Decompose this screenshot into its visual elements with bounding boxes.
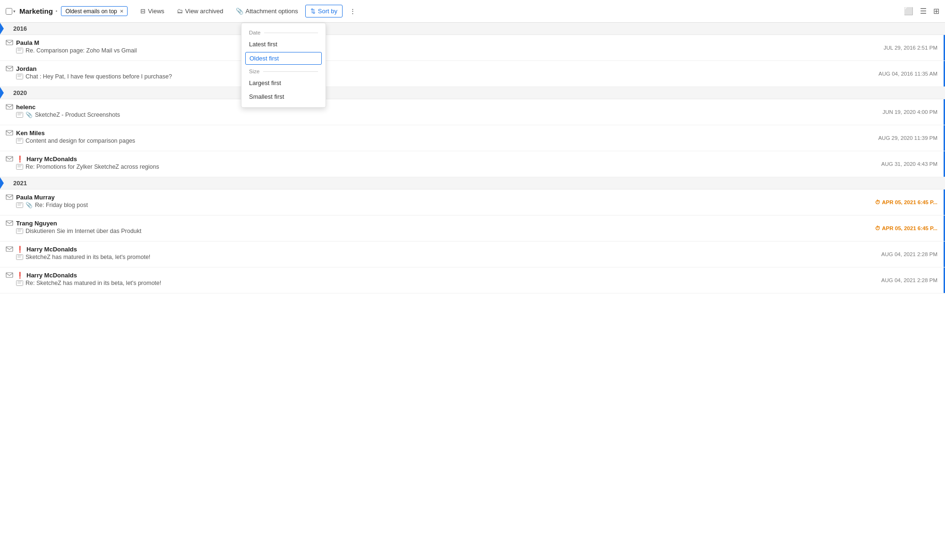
checkbox-dropdown-icon[interactable]: ▾ [13, 9, 16, 14]
subject-text: SketcheZ - Product Screenshots [35, 112, 120, 118]
sort-oldest-first[interactable]: Oldest first [245, 52, 322, 65]
attachment-icon: 📎 [236, 8, 243, 15]
email-row[interactable]: ❗Harry McDonalds Re: SketcheZ has mature… [0, 267, 945, 293]
thread-icon [16, 228, 23, 234]
email-date: AUG 04, 2021 2:28 PM [865, 267, 945, 293]
sender-row: ❗Harry McDonalds [6, 155, 859, 163]
sort-dropdown: Date Latest first Oldest first Size Larg… [241, 23, 326, 108]
view-archived-button[interactable]: 🗂 View archived [172, 5, 229, 17]
thread-icon [16, 202, 23, 208]
filter-tag-label: Oldest emails on top [65, 8, 117, 15]
subject-text: Content and design for comparison pages [26, 138, 135, 144]
views-icon: ⊟ [140, 8, 146, 15]
subject-row: Diskutieren Sie im Internet über das Pro… [16, 228, 859, 234]
more-options-button[interactable]: ⋮ [344, 5, 361, 17]
subject-text: Re: SketcheZ has matured in its beta, le… [26, 280, 161, 286]
thread-icon [16, 112, 23, 118]
email-row[interactable]: Ken Miles Content and design for compari… [0, 125, 945, 151]
thread-icon [16, 138, 23, 144]
year-label: 2016 [13, 25, 27, 32]
thread-icon [16, 48, 23, 53]
email-row[interactable]: Paula Murray 📎Re: Friday blog post⏱ APR … [0, 190, 945, 215]
top-bar-right: ⬜ ☰ ⊞ [904, 7, 939, 16]
sort-by-button[interactable]: ⇅ Sort by [305, 5, 343, 17]
sender-row: Paula M [6, 39, 859, 46]
email-content: ❗Harry McDonalds Re: SketcheZ has mature… [0, 267, 865, 293]
svg-rect-32 [6, 273, 13, 277]
svg-rect-0 [6, 40, 13, 45]
email-envelope-icon [6, 65, 13, 72]
archive-icon: 🗂 [177, 8, 183, 15]
exclamation-icon: ❗ [16, 272, 24, 279]
subject-text: Re: Friday blog post [35, 202, 88, 208]
email-content: Paula M Re. Comparison page: Zoho Mail v… [0, 35, 865, 60]
email-content: ❗Harry McDonalds Re: Promotions for Zylk… [0, 151, 865, 177]
email-row[interactable]: ❗Harry McDonalds Re: Promotions for Zylk… [0, 151, 945, 177]
svg-rect-24 [6, 221, 13, 225]
sender-row: Ken Miles [6, 129, 859, 137]
email-row[interactable]: Jordan Chat : Hey Pat, I have few questi… [0, 61, 945, 87]
email-date: JUN 19, 2020 4:00 PM [865, 99, 945, 125]
dot-separator: • [56, 9, 58, 14]
year-group-header: 2021 [0, 177, 945, 190]
attachment-paperclip-icon: 📎 [26, 112, 33, 118]
subject-row: Re. Comparison page: Zoho Mail vs Gmail [16, 47, 859, 54]
sender-row: Paula Murray [6, 193, 859, 201]
email-date: JUL 29, 2016 2:51 PM [865, 35, 945, 60]
sender-row: Trang Nguyen [6, 219, 859, 227]
attachment-paperclip-icon: 📎 [26, 202, 33, 208]
subject-text: SketcheZ has matured in its beta, let's … [26, 254, 150, 260]
year-group: 2016 Paula M Re. Comparison page: Zoho M… [0, 23, 945, 87]
subject-row: 📎SketcheZ - Product Screenshots [16, 112, 859, 118]
subject-row: SketcheZ has matured in its beta, let's … [16, 254, 859, 260]
grid-view-icon[interactable]: ⊞ [933, 7, 939, 16]
subject-row: Chat : Hey Pat, I have few questions bef… [16, 73, 859, 80]
sort-largest-first[interactable]: Largest first [241, 76, 326, 90]
views-label: Views [148, 8, 164, 15]
sender-name: Ken Miles [16, 129, 45, 137]
year-group-header: 2016 [0, 23, 945, 35]
email-date: AUG 04, 2021 2:28 PM [865, 241, 945, 267]
subject-text: Chat : Hey Pat, I have few questions bef… [26, 73, 172, 80]
email-row[interactable]: helenc 📎SketcheZ - Product ScreenshotsJU… [0, 99, 945, 125]
year-label: 2021 [13, 180, 27, 187]
sender-row: ❗Harry McDonalds [6, 245, 859, 253]
sort-date-section: Date [241, 27, 326, 37]
email-content: Paula Murray 📎Re: Friday blog post [0, 190, 865, 215]
list-view-icon[interactable]: ☰ [920, 7, 927, 16]
more-icon: ⋮ [350, 8, 356, 15]
email-content: Ken Miles Content and design for compari… [0, 125, 865, 151]
views-button[interactable]: ⊟ Views [135, 5, 169, 17]
top-bar: ▾ Marketing • Oldest emails on top × ⊟ V… [0, 0, 945, 23]
select-all-checkbox[interactable] [6, 8, 12, 15]
sender-name: Jordan [16, 65, 36, 72]
attachment-options-label: Attachment options [246, 8, 298, 15]
svg-rect-12 [6, 130, 13, 135]
email-envelope-icon [6, 155, 13, 163]
sender-row: Jordan [6, 65, 859, 72]
subject-row: Re: SketcheZ has matured in its beta, le… [16, 280, 859, 286]
year-group: 2020 helenc 📎SketcheZ - Product Screensh… [0, 87, 945, 177]
email-envelope-icon [6, 103, 13, 111]
filter-tag-close[interactable]: × [120, 8, 124, 15]
email-list: 2016 Paula M Re. Comparison page: Zoho M… [0, 23, 945, 293]
email-date: ⏱ APR 05, 2021 6:45 P... [865, 190, 945, 215]
email-row[interactable]: Paula M Re. Comparison page: Zoho Mail v… [0, 35, 945, 61]
sort-smallest-first[interactable]: Smallest first [241, 90, 326, 103]
subject-text: Re. Comparison page: Zoho Mail vs Gmail [26, 47, 137, 54]
thread-icon [16, 74, 23, 79]
subject-row: Re: Promotions for Zylker SketcheZ acros… [16, 164, 859, 170]
email-envelope-icon [6, 39, 13, 46]
checkbox-area[interactable]: ▾ [6, 8, 16, 15]
subject-row: Content and design for comparison pages [16, 138, 859, 144]
filter-tag: Oldest emails on top × [61, 6, 128, 16]
sort-latest-first[interactable]: Latest first [241, 37, 326, 51]
svg-rect-28 [6, 247, 13, 251]
year-label: 2020 [13, 89, 27, 96]
toolbar-actions: ⊟ Views 🗂 View archived 📎 Attachment opt… [135, 5, 361, 17]
sort-by-label: Sort by [318, 8, 337, 15]
email-row[interactable]: ❗Harry McDonalds SketcheZ has matured in… [0, 241, 945, 267]
email-row[interactable]: Trang Nguyen Diskutieren Sie im Internet… [0, 215, 945, 241]
attachment-options-button[interactable]: 📎 Attachment options [231, 5, 303, 17]
reading-pane-icon[interactable]: ⬜ [904, 7, 913, 16]
